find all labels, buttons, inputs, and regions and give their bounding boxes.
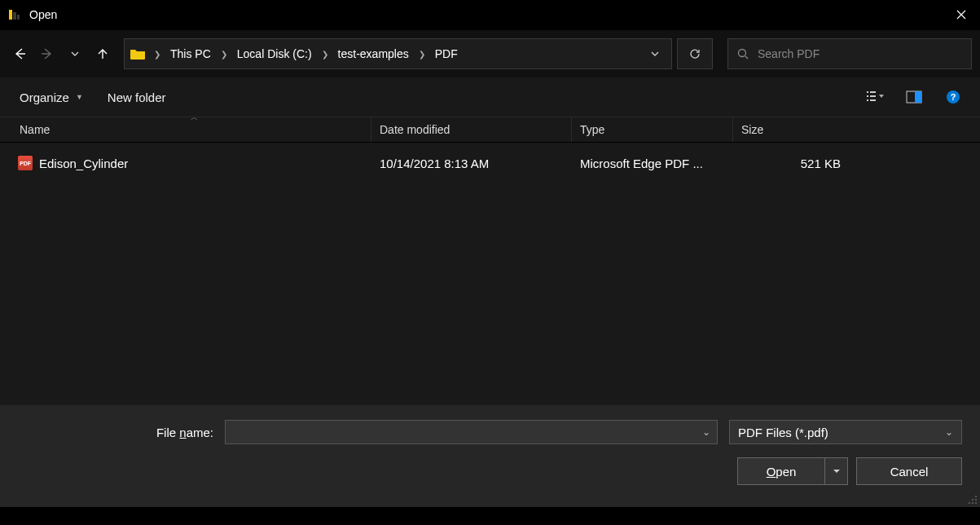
- view-list-icon: [866, 90, 884, 104]
- chevron-down-icon[interactable]: ⌄: [702, 426, 710, 438]
- toolbar: Organize ▼ New folder ?: [0, 77, 980, 117]
- folder-icon: [130, 47, 146, 60]
- column-header-date[interactable]: Date modified: [371, 117, 572, 142]
- pdf-file-icon: PDF: [18, 156, 33, 170]
- svg-rect-11: [915, 91, 921, 103]
- preview-pane-button[interactable]: [902, 85, 926, 109]
- svg-rect-9: [870, 99, 876, 101]
- preview-pane-icon: [906, 90, 922, 104]
- breadcrumb-local-disk[interactable]: Local Disk (C:): [232, 39, 317, 68]
- file-row[interactable]: PDF Edison_Cylinder 10/14/2021 8:13 AM M…: [0, 149, 980, 177]
- back-button[interactable]: [8, 42, 31, 66]
- arrow-up-icon: [96, 47, 109, 60]
- forward-button[interactable]: [36, 42, 59, 66]
- file-list: PDF Edison_Cylinder 10/14/2021 8:13 AM M…: [0, 143, 980, 405]
- svg-rect-4: [867, 91, 868, 93]
- svg-text:?: ?: [951, 92, 956, 102]
- sort-indicator-icon: ︿: [191, 112, 198, 123]
- organize-button[interactable]: Organize ▼: [15, 84, 88, 110]
- column-header-size[interactable]: Size: [733, 117, 857, 142]
- file-name-input[interactable]: ⌄: [225, 420, 718, 444]
- caret-down-icon: [833, 467, 841, 475]
- chevron-down-icon: [70, 49, 80, 59]
- title-bar: Open: [0, 0, 980, 30]
- svg-point-16: [975, 499, 977, 501]
- cancel-button[interactable]: Cancel: [856, 457, 962, 485]
- resize-grip-icon: [968, 495, 978, 505]
- svg-point-19: [975, 502, 977, 504]
- svg-point-17: [969, 502, 970, 504]
- search-icon: [736, 47, 749, 60]
- svg-point-14: [975, 496, 977, 497]
- file-type-filter[interactable]: PDF Files (*.pdf) ⌄: [729, 420, 962, 444]
- address-dropdown-button[interactable]: [644, 39, 666, 68]
- arrow-left-icon: [12, 46, 27, 61]
- up-button[interactable]: [91, 42, 114, 66]
- search-input[interactable]: [758, 47, 963, 60]
- svg-rect-6: [867, 99, 868, 101]
- search-box[interactable]: [727, 38, 972, 69]
- breadcrumb-test-examples[interactable]: test-examples: [333, 39, 414, 68]
- open-button-dropdown[interactable]: [825, 457, 848, 485]
- file-name-label: File name:: [18, 426, 213, 439]
- svg-rect-8: [870, 95, 876, 97]
- file-date: 10/14/2021 8:13 AM: [380, 157, 489, 170]
- svg-point-18: [972, 502, 973, 504]
- svg-rect-0: [9, 10, 12, 20]
- column-header-type[interactable]: Type: [572, 117, 733, 142]
- bottom-panel: File name: ⌄ PDF Files (*.pdf) ⌄ Open Ca…: [0, 405, 980, 507]
- refresh-button[interactable]: [677, 38, 713, 69]
- svg-rect-2: [17, 15, 20, 20]
- svg-rect-5: [867, 95, 868, 97]
- column-headers: ︿ Name Date modified Type Size: [0, 117, 980, 143]
- breadcrumb-pdf[interactable]: PDF: [430, 39, 463, 68]
- open-button[interactable]: Open: [737, 457, 825, 485]
- close-icon: [956, 10, 966, 20]
- chevron-right-icon: ❯: [320, 50, 330, 59]
- close-button[interactable]: [943, 0, 980, 30]
- filter-label: PDF Files (*.pdf): [738, 426, 828, 439]
- window-title: Open: [29, 8, 57, 21]
- file-name: Edison_Cylinder: [39, 157, 128, 170]
- resize-grip[interactable]: [968, 495, 978, 505]
- new-folder-label: New folder: [108, 90, 166, 104]
- column-header-name[interactable]: ︿ Name: [18, 117, 371, 142]
- organize-label: Organize: [20, 90, 69, 104]
- chevron-right-icon: ❯: [152, 50, 162, 59]
- svg-rect-1: [13, 12, 16, 20]
- svg-point-15: [972, 499, 973, 501]
- app-icon: [7, 7, 21, 22]
- help-icon: ?: [946, 90, 960, 104]
- chevron-right-icon: ❯: [219, 50, 229, 59]
- recent-locations-button[interactable]: [64, 42, 86, 66]
- caret-down-icon: ▼: [76, 93, 83, 101]
- navigation-bar: ❯ This PC ❯ Local Disk (C:) ❯ test-examp…: [0, 30, 980, 77]
- chevron-down-icon: ⌄: [945, 426, 953, 438]
- chevron-right-icon: ❯: [417, 50, 427, 59]
- file-size: 521 KB: [801, 157, 841, 170]
- chevron-down-icon: [650, 49, 660, 59]
- new-folder-button[interactable]: New folder: [103, 84, 171, 110]
- view-options-button[interactable]: [863, 85, 887, 109]
- arrow-right-icon: [40, 46, 55, 61]
- refresh-icon: [688, 47, 701, 60]
- svg-rect-7: [870, 91, 876, 93]
- help-button[interactable]: ?: [941, 85, 965, 109]
- file-type: Microsoft Edge PDF ...: [580, 157, 703, 170]
- svg-point-3: [739, 50, 746, 57]
- breadcrumb-this-pc[interactable]: This PC: [165, 39, 216, 68]
- address-bar[interactable]: ❯ This PC ❯ Local Disk (C:) ❯ test-examp…: [124, 38, 672, 69]
